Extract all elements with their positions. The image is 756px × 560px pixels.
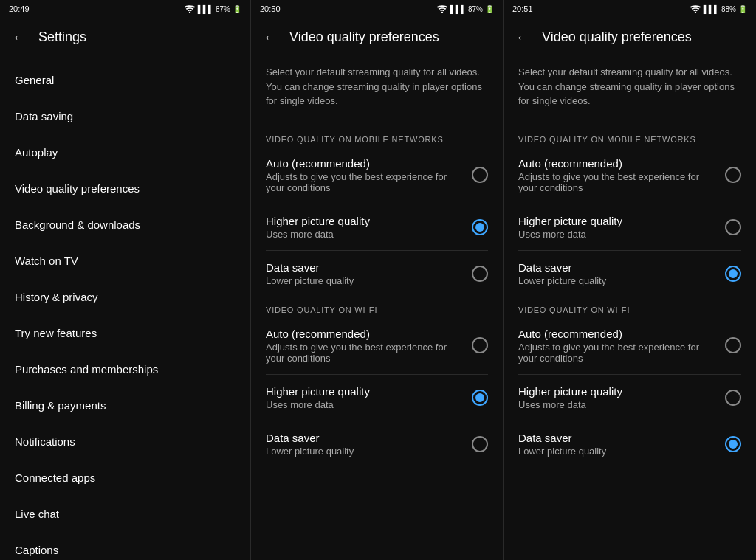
radio-option-text: Auto (recommended)Adjusts to give you th… (518, 157, 716, 193)
settings-item[interactable]: General (0, 62, 250, 98)
radio-option[interactable]: Data saverLower picture quality (518, 254, 741, 294)
radio-button[interactable] (472, 219, 488, 235)
radio-button[interactable] (472, 436, 488, 452)
radio-option-subtitle: Adjusts to give you the best experience … (266, 342, 463, 364)
settings-panel: 20:49 ▌▌▌ 87% 🔋 ← Settings GeneralData s… (0, 0, 251, 560)
radio-option-title: Higher picture quality (518, 215, 622, 227)
radio-option[interactable]: Higher picture qualityUses more data (266, 207, 488, 247)
radio-option-subtitle: Adjusts to give you the best experience … (518, 171, 716, 193)
settings-item[interactable]: Autoplay (0, 134, 250, 170)
svg-point-1 (441, 12, 443, 13)
radio-button[interactable] (725, 219, 741, 235)
radio-button[interactable] (725, 266, 741, 282)
radio-option-text: Auto (recommended)Adjusts to give you th… (518, 328, 716, 364)
radio-option-subtitle: Uses more data (266, 229, 370, 240)
radio-option[interactable]: Data saverLower picture quality (266, 424, 488, 464)
radio-option-text: Higher picture qualityUses more data (266, 215, 370, 240)
radio-option[interactable]: Higher picture qualityUses more data (518, 207, 741, 247)
radio-option-title: Auto (recommended) (266, 157, 463, 170)
radio-option-text: Data saverLower picture quality (266, 432, 354, 457)
time-right: 20:51 (512, 4, 533, 13)
settings-list: GeneralData savingAutoplayVideo quality … (0, 56, 250, 560)
radio-option-subtitle: Lower picture quality (518, 446, 606, 457)
battery-icon-mid: 🔋 (485, 5, 494, 13)
status-icons-mid: ▌▌▌ 87% 🔋 (436, 4, 494, 13)
radio-option[interactable]: Data saverLower picture quality (266, 254, 488, 294)
radio-option-text: Higher picture qualityUses more data (518, 215, 622, 240)
radio-option-title: Data saver (518, 432, 606, 444)
vq-title-right: Video quality preferences (542, 30, 692, 45)
settings-item[interactable]: Try new features (0, 315, 250, 351)
wifi-section-label-mid: VIDEO QUALITY ON WI-FI (266, 294, 488, 320)
signal-left: ▌▌▌ (198, 5, 213, 13)
divider (518, 374, 741, 375)
radio-option-subtitle: Lower picture quality (518, 275, 606, 286)
radio-option-subtitle: Adjusts to give you the best experience … (518, 342, 716, 364)
wifi-icon-mid (436, 4, 448, 13)
radio-option[interactable]: Data saverLower picture quality (518, 424, 741, 464)
radio-option-text: Auto (recommended)Adjusts to give you th… (266, 328, 463, 364)
mobile-section-label-mid: VIDEO QUALITY ON MOBILE NETWORKS (266, 123, 488, 150)
divider (266, 374, 488, 375)
radio-button[interactable] (725, 337, 741, 353)
back-button-mid[interactable]: ← (263, 29, 278, 46)
settings-item[interactable]: Purchases and memberships (0, 351, 250, 387)
radio-option-subtitle: Adjusts to give you the best experience … (266, 171, 463, 193)
settings-item[interactable]: Video quality preferences (0, 170, 250, 207)
svg-point-0 (189, 12, 190, 13)
settings-item[interactable]: History & privacy (0, 279, 250, 315)
radio-button[interactable] (472, 266, 488, 282)
vq-description-right: Select your default streaming quality fo… (518, 56, 741, 123)
radio-button[interactable] (472, 390, 488, 406)
mobile-section-label-right: VIDEO QUALITY ON MOBILE NETWORKS (518, 123, 741, 150)
divider (266, 204, 488, 204)
radio-option-title: Higher picture quality (518, 385, 622, 398)
radio-option-subtitle: Uses more data (518, 229, 622, 240)
radio-option-subtitle: Uses more data (518, 399, 622, 410)
settings-item[interactable]: Captions (0, 532, 250, 560)
settings-item[interactable]: Background & downloads (0, 207, 250, 243)
radio-option[interactable]: Auto (recommended)Adjusts to give you th… (518, 150, 741, 201)
settings-item[interactable]: Watch on TV (0, 243, 250, 279)
status-bar-mid: 20:50 ▌▌▌ 87% 🔋 (251, 0, 503, 18)
vq-panel-right: 20:51 ▌▌▌ 88% 🔋 ← Video quality preferen… (504, 0, 756, 560)
radio-option[interactable]: Auto (recommended)Adjusts to give you th… (266, 150, 488, 201)
radio-button[interactable] (725, 390, 741, 406)
settings-title: Settings (38, 30, 86, 45)
battery-icon-left: 🔋 (233, 5, 241, 13)
wifi-section-label-right: VIDEO QUALITY ON WI-FI (518, 294, 741, 320)
radio-option-text: Data saverLower picture quality (518, 261, 606, 286)
radio-option-title: Auto (recommended) (518, 328, 716, 340)
time-mid: 20:50 (260, 4, 281, 13)
radio-button[interactable] (725, 436, 741, 452)
status-icons-right: ▌▌▌ 88% 🔋 (690, 4, 747, 13)
wifi-options-mid: Auto (recommended)Adjusts to give you th… (266, 320, 488, 464)
vq-content-mid: Select your default streaming quality fo… (251, 56, 503, 560)
radio-option-text: Data saverLower picture quality (518, 432, 606, 457)
radio-option-title: Data saver (266, 261, 354, 274)
back-button-left[interactable]: ← (12, 29, 27, 46)
radio-button[interactable] (725, 167, 741, 183)
settings-item[interactable]: Notifications (0, 424, 250, 460)
wifi-options-right: Auto (recommended)Adjusts to give you th… (518, 320, 741, 464)
vq-panel-mid: 20:50 ▌▌▌ 87% 🔋 ← Video quality preferen… (251, 0, 504, 560)
radio-option-title: Auto (recommended) (518, 157, 716, 170)
radio-option[interactable]: Auto (recommended)Adjusts to give you th… (266, 320, 488, 371)
mobile-options-mid: Auto (recommended)Adjusts to give you th… (266, 150, 488, 294)
settings-item[interactable]: Data saving (0, 98, 250, 134)
radio-option-text: Higher picture qualityUses more data (266, 385, 370, 410)
back-button-right[interactable]: ← (515, 29, 530, 46)
radio-option[interactable]: Higher picture qualityUses more data (518, 378, 741, 418)
settings-item[interactable]: Billing & payments (0, 387, 250, 424)
svg-point-2 (695, 12, 696, 13)
settings-item[interactable]: Connected apps (0, 460, 250, 496)
radio-option[interactable]: Higher picture qualityUses more data (266, 378, 488, 418)
battery-left: 87% (216, 5, 230, 13)
radio-button[interactable] (472, 337, 488, 353)
radio-button[interactable] (472, 167, 488, 183)
vq-title-mid: Video quality preferences (289, 30, 439, 45)
signal-right: ▌▌▌ (704, 5, 719, 13)
radio-option[interactable]: Auto (recommended)Adjusts to give you th… (518, 320, 741, 371)
settings-item[interactable]: Live chat (0, 496, 250, 532)
radio-option-title: Data saver (266, 432, 354, 444)
